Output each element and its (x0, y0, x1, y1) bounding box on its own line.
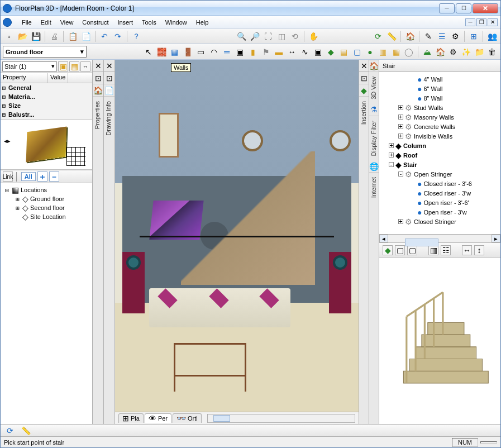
node-closed-stringer[interactable]: +⚙Closed Stringer (379, 217, 500, 226)
home-button[interactable]: 🏠 (404, 30, 416, 42)
zoom-in-button[interactable]: 🔍 (235, 30, 247, 42)
ring-tool[interactable]: ◯ (403, 46, 415, 58)
node-stair[interactable]: -◆Stair (379, 160, 500, 169)
bottom-btn-2[interactable]: 📏 (20, 425, 32, 437)
wand-tool[interactable]: ✨ (460, 46, 472, 58)
node-masonry-walls[interactable]: +⚙Masonry Walls (379, 112, 500, 122)
menu-file[interactable]: File (17, 17, 36, 27)
edit-tool-button[interactable]: ✎ (422, 30, 435, 42)
cat-btn-5[interactable]: ☷ (441, 245, 451, 255)
node-open-riser-36[interactable]: ●Open riser - 3'-6' (379, 198, 500, 207)
3d-orbit-button[interactable]: ⟳ (372, 30, 384, 42)
menu-tools[interactable]: Tools (137, 17, 161, 27)
window-tool[interactable]: ▦ (169, 46, 180, 58)
menu-window[interactable]: Window (161, 17, 192, 27)
node-4-wall[interactable]: ●4" Wall (379, 74, 500, 84)
groups-button[interactable]: 👥 (486, 30, 498, 42)
menu-edit[interactable]: Edit (36, 17, 56, 27)
open-button[interactable]: 📂 (16, 30, 28, 42)
cat-btn-1[interactable]: ◆ (383, 245, 393, 255)
add-location-button[interactable]: ＋ (37, 171, 47, 182)
floor-dropdown[interactable]: Ground floor ▾ (3, 46, 87, 58)
redo-button[interactable]: ↷ (112, 30, 124, 42)
view-tab-plan[interactable]: ⊞Pla (118, 413, 144, 423)
door-tool[interactable]: 🚪 (182, 46, 194, 58)
view-tab-ortho[interactable]: 👓Ortl (173, 413, 202, 423)
loc-site-location[interactable]: ◇Site Location (4, 212, 89, 221)
layers-button[interactable]: ☰ (436, 30, 448, 42)
house-tool[interactable]: 🏠 (434, 46, 446, 58)
cursor-tool[interactable]: ↖ (143, 46, 155, 58)
cat-btn-7[interactable]: ↕ (474, 245, 484, 255)
mdi-minimize-button[interactable]: ─ (465, 18, 475, 26)
view-tab-perspective[interactable]: 👁Per (145, 413, 171, 423)
loc-second-floor[interactable]: ⊞◇Second floor (4, 203, 89, 212)
dim-tool[interactable]: ↔ (286, 46, 298, 58)
help-about-button[interactable]: ？ (130, 30, 142, 42)
all-filter-button[interactable]: All (21, 172, 36, 181)
viewport-h-scrollbar[interactable] (207, 414, 355, 423)
zoom-prev-button[interactable]: ⟲ (289, 30, 301, 42)
select-same-button[interactable]: ▣ (58, 61, 68, 72)
col-value[interactable]: Value (48, 73, 68, 83)
node-8-wall[interactable]: ●8" Wall (379, 93, 500, 103)
paint-tool[interactable]: ● (364, 46, 376, 58)
loc-root[interactable]: ⊟▦Locations (4, 185, 89, 194)
cat-btn-2[interactable]: ▢ (395, 245, 405, 255)
link-button[interactable]: Link (3, 171, 13, 182)
col-property[interactable]: Property (1, 73, 48, 83)
menu-help[interactable]: Help (192, 17, 213, 27)
properties-panel-collapsed[interactable]: ✕ ⊡ 🏠 Properties (93, 60, 104, 424)
column-tool[interactable]: ▮ (247, 46, 259, 58)
maximize-button[interactable]: ☐ (456, 3, 471, 13)
folder-tool[interactable]: 📁 (473, 46, 485, 58)
new-button[interactable]: ▫ (3, 30, 15, 42)
gate-tool[interactable]: ▦ (390, 46, 402, 58)
menu-insert[interactable]: Insert (113, 17, 137, 27)
minimize-button[interactable]: ─ (439, 3, 455, 13)
copy-button[interactable]: 📋 (66, 30, 79, 42)
node-column[interactable]: +◆Column (379, 141, 500, 150)
zoom-out-button[interactable]: 🔎 (249, 30, 261, 42)
node-closed-riser-36[interactable]: ●Closed riser - 3'-6 (379, 179, 500, 188)
3d-viewport[interactable]: Walls (115, 60, 359, 412)
arch-tool[interactable]: ◠ (208, 46, 220, 58)
undo-button[interactable]: ↶ (98, 30, 111, 42)
object-selector-dropdown[interactable]: Stair (1) ▾ (2, 61, 57, 72)
menu-construct[interactable]: Construct (78, 17, 113, 27)
beam-tool[interactable]: ═ (221, 46, 232, 58)
curve-tool[interactable]: ∿ (299, 46, 311, 58)
prop-group-balustrade[interactable]: ⊞Balustr... (1, 110, 92, 119)
roof-tool[interactable]: ◆ (325, 46, 337, 58)
remove-location-button[interactable]: － (49, 171, 59, 182)
terrain-tool[interactable]: ⛰ (421, 46, 433, 58)
node-open-riser-3w[interactable]: ●Open riser - 3'w (379, 207, 500, 217)
screen-tool[interactable]: ▢ (351, 46, 363, 58)
prop-group-material[interactable]: ⊞Materia... (1, 92, 92, 101)
grid-button[interactable]: ⊞ (467, 30, 480, 42)
object-tool[interactable]: ▣ (234, 46, 246, 58)
zoom-extent-button[interactable]: ⛶ (262, 30, 274, 42)
node-6-wall[interactable]: ●6" Wall (379, 84, 500, 93)
opening-tool[interactable]: ▭ (195, 46, 207, 58)
node-open-stringer[interactable]: -⚙Open Stringer (379, 169, 500, 179)
bottom-btn-1[interactable]: ⟳ (4, 425, 16, 437)
catalog-h-scrollbar[interactable]: ◂▸ (379, 234, 500, 243)
cat-btn-3[interactable]: ▢ (407, 245, 417, 255)
nav-arrows-icon[interactable]: ◂▸ (4, 137, 11, 145)
insertion-panel-collapsed[interactable]: ✕ ⊡ ◆ Insertion (359, 60, 369, 424)
measure-button[interactable]: 📏 (385, 30, 398, 42)
survey-tool[interactable]: ⚑ (260, 46, 271, 58)
node-closed-riser-3w[interactable]: ●Closed riser - 3'w (379, 188, 500, 198)
config-tool[interactable]: ⚙ (447, 46, 459, 58)
prop-group-general[interactable]: ⊞General (1, 83, 92, 92)
mdi-close-button[interactable]: ✕ (488, 18, 498, 26)
save-button[interactable]: 💾 (30, 30, 42, 42)
cat-btn-4[interactable]: ▥ (428, 245, 438, 255)
pan-button[interactable]: ✋ (307, 30, 319, 42)
settings-button[interactable]: ⚙ (449, 30, 461, 42)
close-button[interactable]: ✕ (473, 3, 498, 13)
zoom-window-button[interactable]: ◫ (275, 30, 288, 42)
node-roof[interactable]: +◆Roof (379, 150, 500, 160)
mdi-restore-button[interactable]: ❐ (476, 18, 486, 26)
